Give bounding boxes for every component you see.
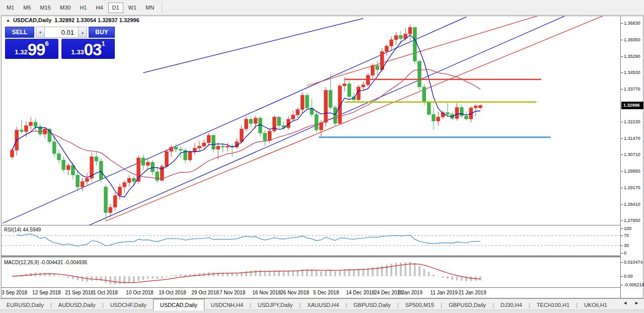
tab-gbpusd-daily[interactable]: GBPUSD,Daily	[442, 299, 492, 310]
axis-tick	[621, 171, 623, 172]
tab-gbpusd-daily[interactable]: GBPUSD,Daily	[347, 299, 397, 310]
buy-price-display[interactable]: 1.33 03 1	[61, 39, 115, 59]
date-axis-label: 16 Nov 2018	[252, 290, 281, 295]
tab-usdchf-daily[interactable]: USDCHF,Daily	[104, 299, 153, 310]
date-axis-label: 2 Jan 2019	[398, 290, 423, 295]
axis-tick	[621, 253, 623, 254]
chart-symbol-label: USDCAD,Daily	[13, 17, 51, 23]
timeframe-button-w1[interactable]: W1	[124, 3, 141, 13]
tab-sp500-m15[interactable]: SP500,M15	[399, 299, 441, 310]
axis-tick	[621, 276, 623, 277]
macd-label: MACD(12,26,9) -0.004431 -0.004936	[4, 260, 87, 265]
price-axis-label: 1.27650	[624, 218, 640, 223]
tab-scroll-right-icon[interactable]: ►	[634, 300, 639, 305]
timeframe-buttons: M1M5M15M30H1H4D1W1MN	[2, 3, 159, 13]
timeframe-button-m1[interactable]: M1	[3, 3, 18, 13]
axis-tick	[621, 220, 623, 221]
axis-tick	[621, 228, 623, 229]
price-axis: 1.368301.360501.352901.345301.337701.322…	[620, 16, 643, 298]
buy-button[interactable]: BUY	[89, 27, 115, 38]
rsi-axis-label: 70	[624, 233, 629, 238]
rsi-axis-label: 0	[624, 251, 626, 256]
chart-title: ▲ USDCAD,Daily 1.32892 1.33054 1.32837 1…	[6, 17, 139, 23]
tab-dj30-h4[interactable]: DJ30,H4	[494, 299, 529, 310]
tab-tech100-h1[interactable]: TECH100,H1	[530, 299, 576, 310]
timeframe-button-d1[interactable]: D1	[108, 3, 123, 13]
buy-price-prefix: 1.33	[71, 48, 84, 56]
price-axis-label: 1.29170	[624, 185, 640, 190]
axis-tick	[621, 246, 623, 246]
sell-price-display[interactable]: 1.32 99 6	[5, 39, 58, 59]
axis-tick	[621, 122, 623, 122]
timeframe-toolbar: M1M5M15M30H1H4D1W1MN	[0, 1, 644, 15]
axis-tick	[621, 236, 623, 236]
timeframe-button-h1[interactable]: H1	[76, 3, 91, 13]
tab-scroll-buttons: ◄ ►	[623, 300, 639, 305]
pane-splitter[interactable]	[1, 256, 621, 257]
date-axis-label: 5 Dec 2018	[313, 290, 339, 295]
rsi-indicator-pane[interactable]	[2, 225, 620, 256]
timeframe-button-mn[interactable]: MN	[141, 3, 158, 13]
chart-ohlc-values: 1.32892 1.33054 1.32837 1.32996	[54, 17, 139, 23]
axis-tick	[621, 204, 623, 205]
date-axis-label: 26 Nov 2018	[280, 290, 309, 295]
axis-tick	[621, 56, 623, 57]
price-axis-label: 1.30710	[624, 152, 640, 157]
tab-audusd-daily[interactable]: AUDUSD,Daily	[52, 299, 102, 310]
date-axis-label: 21 Jan 2019	[458, 290, 486, 295]
tab-usdjpy-daily[interactable]: USDJPY,Daily	[251, 299, 300, 310]
sell-price-pipette: 6	[45, 40, 48, 47]
axis-tick	[621, 154, 623, 155]
price-axis-label: 1.31470	[624, 136, 640, 141]
tab-bar-band	[0, 309, 644, 313]
axis-tick	[621, 40, 623, 40]
macd-indicator-pane[interactable]	[2, 258, 620, 287]
date-axis-label: 3 Sep 2018	[2, 290, 27, 295]
date-axis-label: 7 Nov 2018	[220, 290, 245, 295]
timeframe-button-m5[interactable]: M5	[19, 3, 35, 13]
price-axis-label: 1.28410	[624, 202, 640, 207]
volume-increase-button[interactable]: ▲	[78, 27, 87, 38]
rsi-label: RSI(14) 44.5949	[4, 227, 41, 232]
axis-tick	[621, 285, 623, 285]
date-axis-label: 1 Oct 2018	[93, 290, 118, 295]
timeframe-button-m30[interactable]: M30	[56, 3, 75, 13]
timeframe-button-m15[interactable]: M15	[36, 3, 55, 13]
sell-button[interactable]: SELL	[5, 27, 34, 38]
date-axis-label: 21 Sep 2018	[65, 290, 94, 295]
buy-price-big-digits: 03	[84, 42, 102, 57]
macd-axis-label: 0.00	[624, 274, 633, 279]
collapse-arrow-icon[interactable]: ▲	[6, 18, 10, 23]
sell-price-big-digits: 99	[28, 42, 45, 57]
chart-tab-bar: EURUSD,Daily|AUDUSD,Daily|USDCHF,DailyUS…	[0, 298, 644, 313]
rsi-axis-label: 100	[624, 226, 631, 231]
rsi-axis-label: 30	[624, 243, 629, 248]
chart-tabs: EURUSD,Daily|AUDUSD,Daily|USDCHF,DailyUS…	[0, 299, 614, 310]
timeframe-button-h4[interactable]: H4	[92, 3, 107, 13]
current-price-badge: 1.32996	[621, 102, 643, 109]
axis-tick	[621, 188, 623, 188]
tab-eurusd-daily[interactable]: EURUSD,Daily	[0, 299, 50, 310]
axis-tick	[621, 262, 623, 263]
price-axis-label: 1.32230	[624, 119, 640, 124]
date-axis-label: 14 Dec 2018	[346, 290, 375, 295]
tab-usdcad-daily-active[interactable]: USDCAD,Daily	[153, 299, 204, 310]
volume-decrease-button[interactable]: ▼	[36, 27, 45, 38]
sell-price-prefix: 1.32	[15, 48, 27, 56]
macd-axis-label: 0.010474	[624, 260, 643, 265]
date-axis-label: 11 Jan 2019	[431, 290, 458, 295]
price-axis-label: 1.29950	[624, 169, 640, 174]
tab-usdcnh-h4[interactable]: USDCNH,H4	[204, 299, 250, 310]
toolbar-separator	[162, 3, 162, 13]
tab-xauusd-h4[interactable]: XAUUSD,H4	[301, 299, 345, 310]
macd-axis-label: -0.006218	[624, 282, 644, 287]
price-axis-label: 1.33770	[624, 87, 640, 92]
tab-scroll-left-icon[interactable]: ◄	[623, 300, 627, 305]
date-axis: 3 Sep 201812 Sep 201821 Sep 20181 Oct 20…	[2, 288, 620, 298]
price-axis-label: 1.36050	[624, 37, 640, 42]
price-axis-label: 1.35290	[624, 54, 640, 59]
trading-terminal: M1M5M15M30H1H4D1W1MN ▲ USDCAD,Daily 1.32…	[0, 0, 644, 313]
axis-tick	[621, 89, 623, 90]
volume-input[interactable]	[45, 27, 78, 38]
tab-ukoil-h1[interactable]: UKOil,H1	[578, 299, 614, 310]
